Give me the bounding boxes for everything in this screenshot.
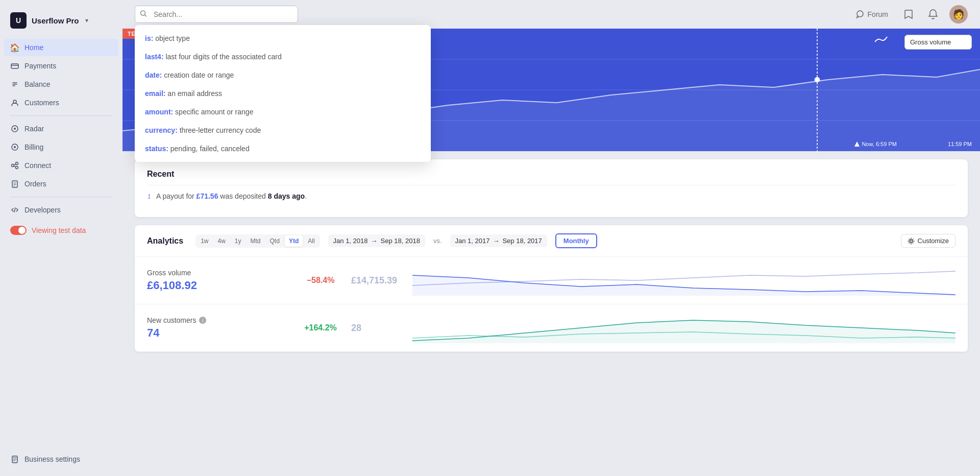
sidebar-item-label: Billing <box>24 143 43 151</box>
viewing-test-label: Viewing test data <box>32 226 86 234</box>
tab-4w[interactable]: 4w <box>213 235 229 247</box>
metric-comparison-customers: 28 <box>351 323 412 334</box>
sidebar-item-label: Developers <box>24 206 61 214</box>
sidebar-item-radar[interactable]: Radar <box>4 120 118 137</box>
developers-icon <box>10 205 19 215</box>
chart-line-toggle[interactable] <box>874 35 888 47</box>
gross-volume-select[interactable]: Gross volume Net volume New customers <box>904 35 972 50</box>
metric-change-gross: −58.4% <box>290 276 351 285</box>
sidebar-item-billing[interactable]: Billing <box>4 138 118 156</box>
dropdown-item-status[interactable]: status: pending, failed, canceled <box>135 139 431 158</box>
svg-point-8 <box>16 166 18 169</box>
balance-icon <box>10 80 19 89</box>
dropdown-item-last4[interactable]: last4: last four digits of the associate… <box>135 47 431 66</box>
date-range-compare[interactable]: Jan 1, 2017 → Sep 18, 2017 <box>450 234 547 247</box>
tab-qtd[interactable]: Qtd <box>266 235 284 247</box>
home-icon: 🏠 <box>10 43 19 52</box>
svg-point-12 <box>857 11 863 17</box>
metric-info-customers: New customers i 74 <box>147 316 290 340</box>
sidebar-nav-primary: 🏠 Home Payments Balance Customers <box>0 39 122 111</box>
bell-icon[interactable] <box>925 6 941 22</box>
sidebar-item-label: Home <box>24 43 43 52</box>
sidebar-item-balance[interactable]: Balance <box>4 76 118 93</box>
svg-point-19 <box>910 240 912 242</box>
payout-amount[interactable]: £71.56 <box>197 192 218 200</box>
forum-icon <box>855 10 865 19</box>
logo-text: Userflow Pro <box>32 16 79 25</box>
settings-icon <box>10 455 19 464</box>
recent-item: ↕ A payout for £71.56 was deposited 8 da… <box>147 185 955 207</box>
sidebar-item-label: Orders <box>24 180 46 188</box>
tab-ytd[interactable]: Ytd <box>285 235 303 247</box>
dropdown-item-currency[interactable]: currency: three-letter currency code <box>135 121 431 139</box>
recent-section: Recent ↕ A payout for £71.56 was deposit… <box>135 159 968 217</box>
main-content: is: object type last4: last four digits … <box>122 0 980 476</box>
sidebar: U Userflow Pro ▾ 🏠 Home Payments Balance… <box>0 0 122 476</box>
metric-sparkline-customers <box>412 313 955 343</box>
sidebar-nav-bottom: Business settings <box>0 450 122 468</box>
radar-icon <box>10 124 19 133</box>
nav-divider-1 <box>10 115 112 116</box>
metric-sparkline-gross <box>412 265 955 296</box>
chart-time-labels: Now, 6:59 PM 11:59 PM <box>854 141 980 147</box>
sidebar-item-orders[interactable]: Orders <box>4 175 118 193</box>
topbar-right: Forum 🧑 <box>851 5 968 23</box>
current-time-marker: Now, 6:59 PM <box>854 141 896 147</box>
sidebar-item-payments[interactable]: Payments <box>4 57 118 75</box>
sidebar-item-business-settings[interactable]: Business settings <box>4 450 118 468</box>
customize-label: Customize <box>918 237 949 245</box>
sidebar-logo[interactable]: U Userflow Pro ▾ <box>0 8 122 39</box>
svg-rect-0 <box>11 64 18 68</box>
test-data-toggle[interactable] <box>10 226 27 235</box>
sidebar-item-customers[interactable]: Customers <box>4 94 118 111</box>
dropdown-item-email[interactable]: email: an email address <box>135 84 431 103</box>
sidebar-item-home[interactable]: 🏠 Home <box>4 39 118 56</box>
svg-marker-18 <box>854 141 860 147</box>
dropdown-item-amount[interactable]: amount: specific amount or range <box>135 103 431 121</box>
svg-point-3 <box>14 128 16 130</box>
current-time-label: Now, 6:59 PM <box>862 141 896 147</box>
date-range-current[interactable]: Jan 1, 2018 → Sep 18, 2018 <box>328 234 425 247</box>
metric-row-gross-volume: Gross volume £6,108.92 −58.4% £14,715.39 <box>135 257 968 304</box>
search-icon <box>140 10 147 19</box>
metric-name-customers: New customers i <box>147 316 290 324</box>
search-dropdown: is: object type last4: last four digits … <box>135 25 431 162</box>
customers-icon <box>10 98 19 107</box>
search-input[interactable] <box>135 6 298 23</box>
sidebar-item-connect[interactable]: Connect <box>4 157 118 174</box>
analytics-header: Analytics 1w 4w 1y Mtd Qtd Ytd All Jan 1… <box>135 225 968 257</box>
info-icon[interactable]: i <box>199 317 206 324</box>
compare-from: Jan 1, 2017 <box>455 237 490 245</box>
metric-value-gross: £6,108.92 <box>147 279 290 292</box>
tab-1y[interactable]: 1y <box>231 235 246 247</box>
metric-name-gross: Gross volume <box>147 269 290 277</box>
avatar[interactable]: 🧑 <box>949 5 968 23</box>
tab-mtd[interactable]: Mtd <box>247 235 265 247</box>
sidebar-item-viewing-test[interactable]: Viewing test data <box>4 222 118 239</box>
date-to: Sep 18, 2018 <box>381 237 420 245</box>
tab-1w[interactable]: 1w <box>197 235 212 247</box>
svg-point-5 <box>14 146 16 148</box>
dropdown-item-date[interactable]: date: creation date or range <box>135 66 431 84</box>
sidebar-item-developers[interactable]: Developers <box>4 201 118 219</box>
analytics-title: Analytics <box>147 236 183 246</box>
tab-all[interactable]: All <box>304 235 318 247</box>
sidebar-nav-secondary: Radar Billing Connect Orders <box>0 120 122 193</box>
billing-icon <box>10 142 19 152</box>
monthly-button[interactable]: Monthly <box>555 233 597 248</box>
logo-chevron-icon: ▾ <box>85 17 88 24</box>
period-tabs: 1w 4w 1y Mtd Qtd Ytd All <box>195 234 320 248</box>
connect-icon <box>10 161 19 170</box>
end-time-label: 11:59 PM <box>948 141 972 147</box>
forum-button[interactable]: Forum <box>851 8 892 21</box>
arrow-icon: → <box>493 237 499 245</box>
forum-label: Forum <box>868 10 888 18</box>
svg-point-6 <box>12 164 14 167</box>
logo-icon: U <box>10 12 27 29</box>
sidebar-item-label: Customers <box>24 99 59 107</box>
customize-button[interactable]: Customize <box>901 234 955 248</box>
bookmark-icon[interactable] <box>900 6 917 22</box>
dropdown-item-is[interactable]: is: object type <box>135 29 431 47</box>
recent-title: Recent <box>147 170 955 179</box>
sidebar-item-label: Payments <box>24 62 56 70</box>
